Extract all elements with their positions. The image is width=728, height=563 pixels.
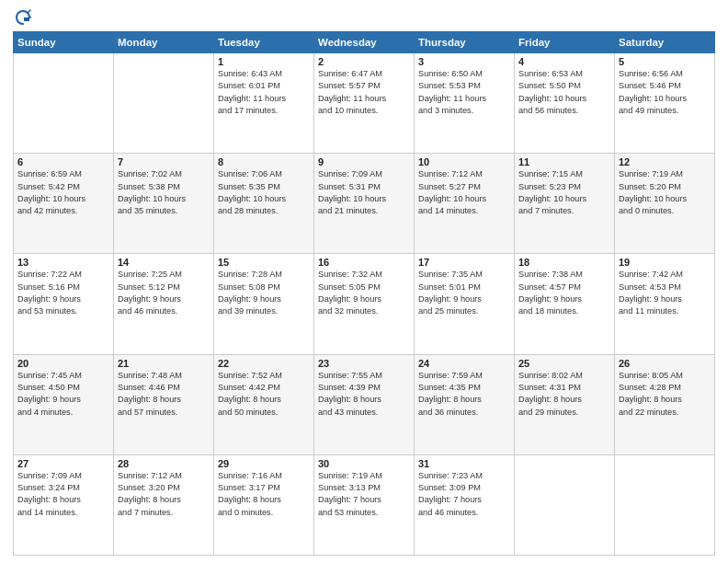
calendar-week-row: 13Sunrise: 7:22 AMSunset: 5:16 PMDayligh… <box>14 254 715 354</box>
calendar-cell: 22Sunrise: 7:52 AMSunset: 4:42 PMDayligh… <box>214 354 314 454</box>
calendar-week-row: 6Sunrise: 6:59 AMSunset: 5:42 PMDaylight… <box>14 154 715 254</box>
calendar-cell: 12Sunrise: 7:19 AMSunset: 5:20 PMDayligh… <box>615 154 715 254</box>
day-info: Sunrise: 7:38 AMSunset: 4:57 PMDaylight:… <box>518 269 610 317</box>
day-info: Sunrise: 8:05 AMSunset: 4:28 PMDaylight:… <box>619 370 711 419</box>
day-number: 3 <box>418 56 510 67</box>
day-info: Sunrise: 7:52 AMSunset: 4:42 PMDaylight:… <box>218 370 310 419</box>
calendar-cell: 8Sunrise: 7:06 AMSunset: 5:35 PMDaylight… <box>214 154 314 254</box>
weekday-header-friday: Friday <box>515 32 615 53</box>
calendar-cell: 9Sunrise: 7:09 AMSunset: 5:31 PMDaylight… <box>314 154 415 254</box>
day-info: Sunrise: 7:16 AMSunset: 3:17 PMDaylight:… <box>218 470 310 519</box>
calendar-cell: 16Sunrise: 7:32 AMSunset: 5:05 PMDayligh… <box>314 254 415 354</box>
page: SundayMondayTuesdayWednesdayThursdayFrid… <box>0 0 728 563</box>
day-info: Sunrise: 7:45 AMSunset: 4:50 PMDaylight:… <box>17 370 109 419</box>
day-info: Sunrise: 6:56 AMSunset: 5:46 PMDaylight:… <box>619 68 711 117</box>
day-info: Sunrise: 7:22 AMSunset: 5:16 PMDaylight:… <box>17 269 109 317</box>
day-info: Sunrise: 7:12 AMSunset: 3:20 PMDaylight:… <box>118 470 210 519</box>
day-number: 22 <box>218 358 310 369</box>
day-info: Sunrise: 7:06 AMSunset: 5:35 PMDaylight:… <box>218 168 310 217</box>
calendar-week-row: 1Sunrise: 6:43 AMSunset: 6:01 PMDaylight… <box>14 53 715 154</box>
calendar-cell: 20Sunrise: 7:45 AMSunset: 4:50 PMDayligh… <box>14 354 114 454</box>
day-info: Sunrise: 7:32 AMSunset: 5:05 PMDaylight:… <box>318 269 410 317</box>
day-info: Sunrise: 7:48 AMSunset: 4:46 PMDaylight:… <box>118 370 210 419</box>
calendar-cell: 31Sunrise: 7:23 AMSunset: 3:09 PMDayligh… <box>415 454 515 555</box>
day-number: 16 <box>318 257 410 268</box>
day-number: 9 <box>318 156 410 167</box>
calendar-cell: 13Sunrise: 7:22 AMSunset: 5:16 PMDayligh… <box>14 254 114 354</box>
day-number: 4 <box>518 56 610 67</box>
calendar-week-row: 27Sunrise: 7:09 AMSunset: 3:24 PMDayligh… <box>14 454 715 555</box>
day-number: 20 <box>17 358 109 369</box>
calendar-cell <box>615 454 715 555</box>
logo <box>13 9 33 26</box>
calendar-week-row: 20Sunrise: 7:45 AMSunset: 4:50 PMDayligh… <box>14 354 715 454</box>
day-info: Sunrise: 7:09 AMSunset: 5:31 PMDaylight:… <box>318 168 410 217</box>
day-number: 28 <box>118 458 210 469</box>
day-number: 11 <box>518 156 610 167</box>
calendar-cell <box>515 454 615 555</box>
day-number: 8 <box>218 156 310 167</box>
day-info: Sunrise: 7:12 AMSunset: 5:27 PMDaylight:… <box>418 168 510 217</box>
day-number: 21 <box>118 358 210 369</box>
calendar-cell: 26Sunrise: 8:05 AMSunset: 4:28 PMDayligh… <box>615 354 715 454</box>
weekday-header-wednesday: Wednesday <box>314 32 415 53</box>
calendar-cell: 28Sunrise: 7:12 AMSunset: 3:20 PMDayligh… <box>114 454 214 555</box>
day-info: Sunrise: 7:23 AMSunset: 3:09 PMDaylight:… <box>418 470 510 519</box>
day-info: Sunrise: 6:59 AMSunset: 5:42 PMDaylight:… <box>17 168 109 217</box>
day-info: Sunrise: 7:55 AMSunset: 4:39 PMDaylight:… <box>318 370 410 419</box>
calendar-cell: 25Sunrise: 8:02 AMSunset: 4:31 PMDayligh… <box>515 354 615 454</box>
day-number: 18 <box>518 257 610 268</box>
weekday-header-tuesday: Tuesday <box>214 32 314 53</box>
day-number: 23 <box>318 358 410 369</box>
calendar-cell: 19Sunrise: 7:42 AMSunset: 4:53 PMDayligh… <box>615 254 715 354</box>
calendar-cell: 7Sunrise: 7:02 AMSunset: 5:38 PMDaylight… <box>114 154 214 254</box>
day-info: Sunrise: 7:19 AMSunset: 5:20 PMDaylight:… <box>619 168 711 217</box>
day-info: Sunrise: 6:50 AMSunset: 5:53 PMDaylight:… <box>418 68 510 117</box>
day-info: Sunrise: 7:15 AMSunset: 5:23 PMDaylight:… <box>518 168 610 217</box>
calendar-cell: 23Sunrise: 7:55 AMSunset: 4:39 PMDayligh… <box>314 354 415 454</box>
calendar-cell: 2Sunrise: 6:47 AMSunset: 5:57 PMDaylight… <box>314 53 415 154</box>
calendar-cell: 21Sunrise: 7:48 AMSunset: 4:46 PMDayligh… <box>114 354 214 454</box>
calendar-cell: 29Sunrise: 7:16 AMSunset: 3:17 PMDayligh… <box>214 454 314 555</box>
day-number: 26 <box>619 358 711 369</box>
day-number: 12 <box>619 156 711 167</box>
day-number: 19 <box>619 257 711 268</box>
weekday-header-thursday: Thursday <box>415 32 515 53</box>
day-info: Sunrise: 6:43 AMSunset: 6:01 PMDaylight:… <box>218 68 310 117</box>
day-number: 30 <box>318 458 410 469</box>
header <box>13 9 715 26</box>
calendar-table: SundayMondayTuesdayWednesdayThursdayFrid… <box>13 31 715 556</box>
calendar-cell: 1Sunrise: 6:43 AMSunset: 6:01 PMDaylight… <box>214 53 314 154</box>
day-number: 29 <box>218 458 310 469</box>
calendar-cell: 6Sunrise: 6:59 AMSunset: 5:42 PMDaylight… <box>14 154 114 254</box>
day-number: 13 <box>17 257 109 268</box>
day-info: Sunrise: 7:28 AMSunset: 5:08 PMDaylight:… <box>218 269 310 317</box>
day-number: 31 <box>418 458 510 469</box>
day-info: Sunrise: 7:42 AMSunset: 4:53 PMDaylight:… <box>619 269 711 317</box>
calendar-cell: 17Sunrise: 7:35 AMSunset: 5:01 PMDayligh… <box>415 254 515 354</box>
day-number: 10 <box>418 156 510 167</box>
calendar-cell: 30Sunrise: 7:19 AMSunset: 3:13 PMDayligh… <box>314 454 415 555</box>
calendar-cell: 5Sunrise: 6:56 AMSunset: 5:46 PMDaylight… <box>615 53 715 154</box>
calendar-cell: 11Sunrise: 7:15 AMSunset: 5:23 PMDayligh… <box>515 154 615 254</box>
day-number: 24 <box>418 358 510 369</box>
day-number: 1 <box>218 56 310 67</box>
calendar-cell: 15Sunrise: 7:28 AMSunset: 5:08 PMDayligh… <box>214 254 314 354</box>
calendar-cell: 18Sunrise: 7:38 AMSunset: 4:57 PMDayligh… <box>515 254 615 354</box>
calendar-cell: 4Sunrise: 6:53 AMSunset: 5:50 PMDaylight… <box>515 53 615 154</box>
day-number: 7 <box>118 156 210 167</box>
day-number: 15 <box>218 257 310 268</box>
day-info: Sunrise: 7:19 AMSunset: 3:13 PMDaylight:… <box>318 470 410 519</box>
day-info: Sunrise: 7:59 AMSunset: 4:35 PMDaylight:… <box>418 370 510 419</box>
calendar-cell <box>114 53 214 154</box>
weekday-header-saturday: Saturday <box>615 32 715 53</box>
calendar-body: 1Sunrise: 6:43 AMSunset: 6:01 PMDaylight… <box>14 53 715 556</box>
calendar-cell: 27Sunrise: 7:09 AMSunset: 3:24 PMDayligh… <box>14 454 114 555</box>
day-info: Sunrise: 6:53 AMSunset: 5:50 PMDaylight:… <box>518 68 610 117</box>
calendar-cell: 10Sunrise: 7:12 AMSunset: 5:27 PMDayligh… <box>415 154 515 254</box>
calendar-cell: 14Sunrise: 7:25 AMSunset: 5:12 PMDayligh… <box>114 254 214 354</box>
day-number: 6 <box>17 156 109 167</box>
day-info: Sunrise: 7:09 AMSunset: 3:24 PMDaylight:… <box>17 470 109 519</box>
logo-icon <box>15 9 31 26</box>
day-number: 2 <box>318 56 410 67</box>
